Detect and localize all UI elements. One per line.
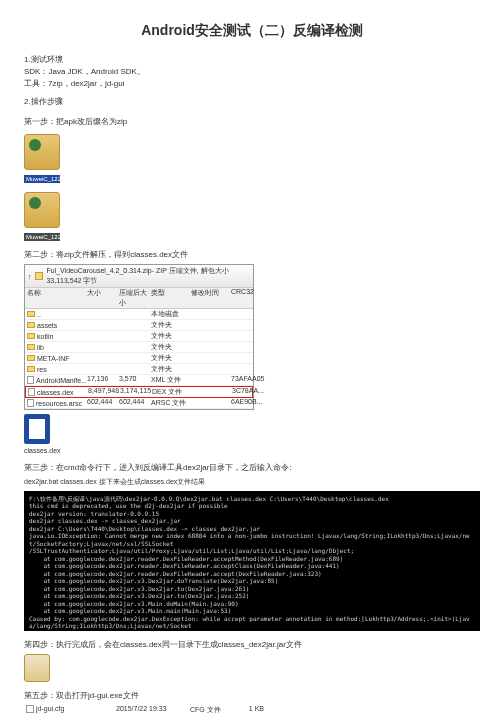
cell-name: ..	[37, 311, 41, 318]
dex-filename: classes.dex	[24, 447, 480, 454]
col-type[interactable]: 类型	[151, 288, 191, 308]
archive-row[interactable]: kotlin文件夹	[25, 331, 253, 342]
cell-size	[87, 320, 119, 330]
cell-packed	[119, 309, 151, 319]
terminal-output: F:\软件备用\反编译\java源代码\dex2jar-0.0.9.Q\dex2…	[24, 491, 480, 631]
cell-crc	[231, 353, 263, 363]
col-size[interactable]: 大小	[87, 288, 119, 308]
apk-filename-2: MuweiC_1220_1.70.zip	[24, 233, 60, 241]
col-name[interactable]: 名称	[27, 288, 87, 308]
file-icon	[27, 376, 34, 384]
cell-crc	[231, 309, 263, 319]
archive-row[interactable]: resources.arsc602,444602,444ARSC 文件6AE90…	[25, 398, 253, 409]
folder-icon	[27, 322, 35, 328]
archive-row[interactable]: assets文件夹	[25, 320, 253, 331]
cell-type: 本地磁盘	[151, 309, 191, 319]
archive-row[interactable]: lib文件夹	[25, 342, 253, 353]
archive-row[interactable]: classes.dex8,497,9483,174,115DEX 文件3C78A…	[25, 386, 253, 398]
archive-window: ↑ Ful_VideoCarousel_4.2_0.314.zip- ZIP 压…	[24, 264, 254, 410]
cell-crc	[231, 342, 263, 352]
cell-size	[87, 364, 119, 374]
cell-packed	[119, 353, 151, 363]
cell-packed: 602,444	[119, 398, 151, 408]
cell-name: META-INF	[37, 355, 70, 362]
ops-header: 2.操作步骤	[24, 96, 480, 108]
cell-modified	[191, 375, 231, 385]
cell-modified	[191, 320, 231, 330]
archive-row[interactable]: ..本地磁盘	[25, 309, 253, 320]
cell-modified	[191, 342, 231, 352]
folder-icon	[27, 311, 35, 317]
step-5: 第五步：双击打开jd-gui.exe文件	[24, 690, 480, 701]
cell-modified	[191, 353, 231, 363]
cell-size	[87, 309, 119, 319]
folder-icon	[27, 333, 35, 339]
cell-crc	[231, 364, 263, 374]
cell-packed	[119, 320, 151, 330]
cell-packed	[119, 331, 151, 341]
zip-file-icon	[24, 192, 60, 228]
archive-row[interactable]: AndroidManife...17,1363,570XML 文件73AFAA0…	[25, 375, 253, 386]
file-size: 1 KB	[234, 705, 264, 714]
jar-file-icon	[24, 654, 50, 682]
explorer-row[interactable]: jd-gui.cfg2015/7/22 19:33CFG 文件1 KB	[24, 705, 264, 714]
cell-type: DEX 文件	[152, 387, 192, 397]
cell-modified	[191, 309, 231, 319]
cell-type: 文件夹	[151, 364, 191, 374]
cell-size	[87, 331, 119, 341]
file-icon	[28, 388, 35, 396]
cell-type: 文件夹	[151, 353, 191, 363]
cell-name: lib	[37, 344, 44, 351]
cell-packed	[119, 342, 151, 352]
cell-crc: 3C78AA...	[232, 387, 264, 397]
cell-size: 17,136	[87, 375, 119, 385]
folder-icon	[27, 355, 35, 361]
cell-modified	[191, 331, 231, 341]
col-crc[interactable]: CRC32	[231, 288, 263, 308]
cell-type: 文件夹	[151, 342, 191, 352]
col-modified[interactable]: 修改时间	[191, 288, 231, 308]
env-header: 1.测试环境	[24, 54, 480, 66]
cell-name: kotlin	[37, 333, 53, 340]
cell-crc	[231, 320, 263, 330]
cell-modified	[192, 387, 232, 397]
cell-name: AndroidManife...	[36, 377, 87, 384]
archive-row[interactable]: res文件夹	[25, 364, 253, 375]
cell-packed: 3,174,115	[120, 387, 152, 397]
step-3: 第三步：在cmd命令行下，进入到反编译工具dex2jar目录下，之后输入命令:	[24, 462, 480, 473]
file-name: jd-gui.cfg	[36, 705, 64, 712]
cell-size: 8,497,948	[88, 387, 120, 397]
cell-name: res	[37, 366, 47, 373]
step-1: 第一步：把apk改后缀名为zip	[24, 116, 480, 127]
col-packed[interactable]: 压缩后大小	[119, 288, 151, 308]
folder-icon	[35, 272, 44, 280]
file-date: 2015/7/22 19:33	[116, 705, 190, 714]
term-hint: dex2jar.bat classes.dex 接下来会生成classes.de…	[24, 477, 480, 488]
cell-crc	[231, 331, 263, 341]
cell-size	[87, 353, 119, 363]
file-type: CFG 文件	[190, 705, 234, 714]
cell-packed	[119, 364, 151, 374]
cell-type: ARSC 文件	[151, 398, 191, 408]
env-tools: 工具：7zip，dex2jar，jd-gui	[24, 78, 480, 90]
cell-type: XML 文件	[151, 375, 191, 385]
cell-crc: 6AE90B...	[231, 398, 263, 408]
archive-header-row: 名称 大小 压缩后大小 类型 修改时间 CRC32	[25, 288, 253, 309]
file-icon	[27, 399, 34, 407]
up-arrow-icon[interactable]: ↑	[28, 273, 32, 280]
page-title: Android安全测试（二）反编译检测	[24, 22, 480, 40]
cell-name: resources.arsc	[36, 400, 82, 407]
explorer-list: jd-gui.cfg2015/7/22 19:33CFG 文件1 KBjd-gu…	[24, 705, 264, 714]
folder-icon	[27, 366, 35, 372]
archive-row[interactable]: META-INF文件夹	[25, 353, 253, 364]
cell-type: 文件夹	[151, 320, 191, 330]
env-sdk: SDK：Java JDK，Android SDK。	[24, 66, 480, 78]
archive-path: Ful_VideoCarousel_4.2_0.314.zip- ZIP 压缩文…	[46, 266, 250, 286]
cell-crc: 73AFAA05	[231, 375, 263, 385]
apk-file-icon	[24, 134, 60, 170]
file-icon	[26, 705, 34, 713]
cell-name: classes.dex	[37, 389, 74, 396]
cell-type: 文件夹	[151, 331, 191, 341]
apk-filename-1: MuweiC_1220_1.70.apk	[24, 175, 60, 183]
cell-packed: 3,570	[119, 375, 151, 385]
